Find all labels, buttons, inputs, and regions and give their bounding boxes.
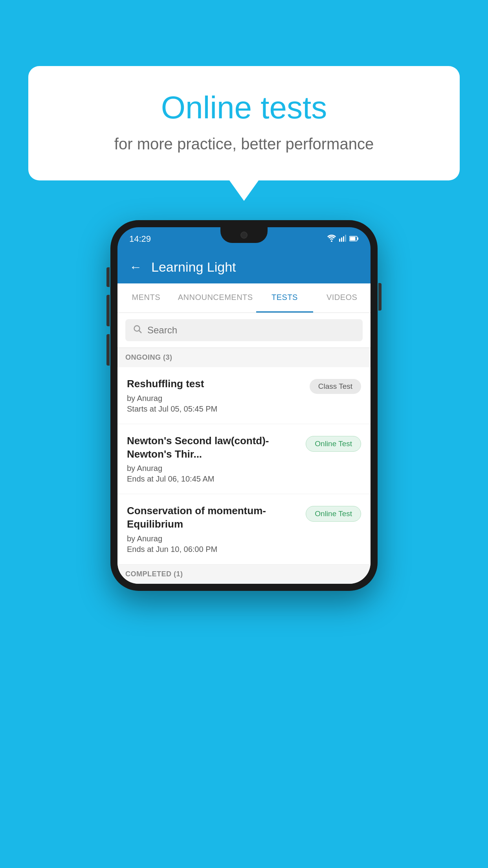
phone-screen: ← Learning Light MENTS ANNOUNCEMENTS TES… (117, 251, 371, 584)
camera-dot (240, 232, 248, 239)
back-button[interactable]: ← (129, 260, 142, 274)
phone-outer: 14:29 (110, 220, 378, 591)
wifi-icon (327, 235, 336, 244)
app-header: ← Learning Light (117, 251, 371, 283)
test-item-1[interactable]: Reshuffling test by Anurag Starts at Jul… (117, 367, 371, 424)
status-icons (327, 235, 359, 244)
bubble-title: Online tests (60, 90, 428, 126)
tab-ments[interactable]: MENTS (117, 283, 175, 313)
test-name-1: Reshuffling test (127, 377, 303, 391)
badge-online-test-3: Online Test (306, 506, 361, 522)
tab-announcements[interactable]: ANNOUNCEMENTS (175, 283, 256, 313)
speech-bubble: Online tests for more practice, better p… (28, 66, 460, 180)
svg-rect-2 (343, 236, 344, 242)
svg-rect-0 (339, 239, 340, 242)
svg-point-7 (134, 326, 140, 331)
ongoing-section-label: ONGOING (3) (117, 348, 371, 367)
svg-line-8 (139, 331, 141, 333)
status-bar: 14:29 (117, 227, 371, 251)
tabs-bar: MENTS ANNOUNCEMENTS TESTS VIDEOS (117, 283, 371, 313)
test-time-3: Ends at Jun 10, 06:00 PM (127, 545, 299, 554)
svg-rect-1 (341, 237, 342, 242)
volume-mute-button (106, 267, 110, 287)
power-button (378, 283, 382, 311)
status-time: 14:29 (129, 234, 151, 244)
test-info-3: Conservation of momentum-Equilibrium by … (127, 504, 299, 554)
test-author-2: by Anurag (127, 464, 299, 473)
test-name-3: Conservation of momentum-Equilibrium (127, 504, 299, 531)
notch (220, 227, 268, 243)
signal-icon (339, 235, 346, 244)
volume-down-button (106, 334, 110, 366)
test-author-1: by Anurag (127, 394, 303, 403)
battery-icon (349, 235, 359, 243)
badge-class-test-1: Class Test (310, 379, 361, 394)
search-icon (133, 325, 142, 336)
volume-up-button (106, 295, 110, 326)
test-time-1: Starts at Jul 05, 05:45 PM (127, 405, 303, 414)
app-title: Learning Light (151, 259, 236, 275)
svg-rect-5 (357, 237, 358, 240)
test-name-2: Newton's Second law(contd)-Newton's Thir… (127, 434, 299, 461)
tab-videos[interactable]: VIDEOS (313, 283, 371, 313)
search-input[interactable] (147, 325, 355, 336)
badge-online-test-2: Online Test (306, 436, 361, 452)
search-container (117, 313, 371, 348)
bubble-subtitle: for more practice, better performance (60, 135, 428, 153)
svg-rect-3 (345, 235, 346, 242)
test-info-1: Reshuffling test by Anurag Starts at Jul… (127, 377, 303, 414)
test-author-3: by Anurag (127, 534, 299, 543)
test-item-2[interactable]: Newton's Second law(contd)-Newton's Thir… (117, 424, 371, 495)
test-info-2: Newton's Second law(contd)-Newton's Thir… (127, 434, 299, 484)
svg-rect-6 (350, 237, 356, 240)
phone-frame: 14:29 (110, 220, 378, 591)
tab-tests[interactable]: TESTS (256, 283, 314, 313)
test-time-2: Ends at Jul 06, 10:45 AM (127, 474, 299, 484)
test-list: Reshuffling test by Anurag Starts at Jul… (117, 367, 371, 565)
completed-section-label: COMPLETED (1) (117, 565, 371, 584)
test-item-3[interactable]: Conservation of momentum-Equilibrium by … (117, 494, 371, 565)
search-box[interactable] (125, 319, 363, 341)
